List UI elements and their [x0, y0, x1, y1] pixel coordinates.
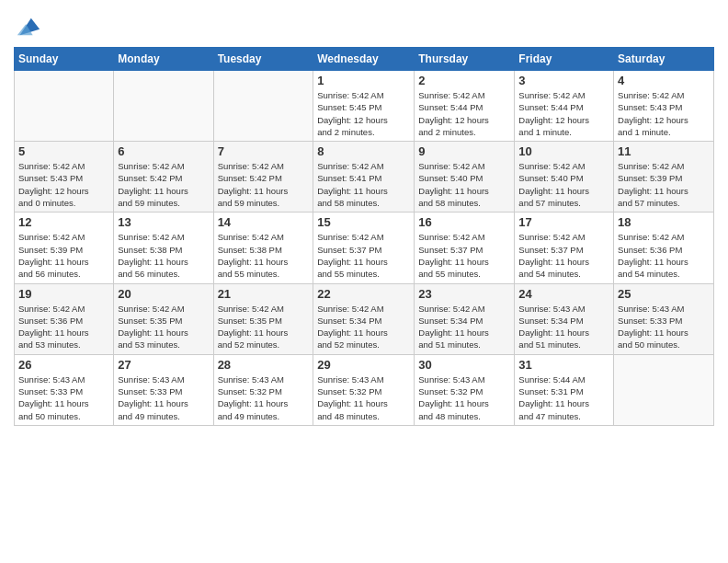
calendar-cell — [114, 71, 213, 142]
week-row-3: 12Sunrise: 5:42 AM Sunset: 5:39 PM Dayli… — [15, 213, 714, 283]
day-info: Sunrise: 5:42 AM Sunset: 5:43 PM Dayligh… — [618, 89, 710, 138]
day-info: Sunrise: 5:42 AM Sunset: 5:40 PM Dayligh… — [418, 160, 510, 209]
day-info: Sunrise: 5:42 AM Sunset: 5:35 PM Dayligh… — [218, 303, 310, 351]
weekday-header-row: SundayMondayTuesdayWednesdayThursdayFrid… — [15, 48, 714, 71]
day-number: 1 — [317, 74, 410, 87]
day-info: Sunrise: 5:42 AM Sunset: 5:37 PM Dayligh… — [518, 231, 609, 280]
day-number: 7 — [218, 144, 310, 158]
day-number: 29 — [317, 358, 410, 372]
calendar-cell: 25Sunrise: 5:43 AM Sunset: 5:33 PM Dayli… — [614, 283, 714, 354]
day-info: Sunrise: 5:42 AM Sunset: 5:43 PM Dayligh… — [18, 160, 109, 209]
calendar-cell: 27Sunrise: 5:43 AM Sunset: 5:33 PM Dayli… — [114, 354, 213, 425]
logo — [14, 14, 41, 40]
calendar-cell: 4Sunrise: 5:42 AM Sunset: 5:43 PM Daylig… — [614, 71, 714, 142]
day-info: Sunrise: 5:42 AM Sunset: 5:37 PM Dayligh… — [317, 231, 410, 280]
weekday-header-monday: Monday — [114, 48, 213, 71]
weekday-header-tuesday: Tuesday — [213, 48, 313, 71]
day-number: 31 — [518, 358, 609, 372]
week-row-4: 19Sunrise: 5:42 AM Sunset: 5:36 PM Dayli… — [15, 283, 714, 354]
calendar-table: SundayMondayTuesdayWednesdayThursdayFrid… — [14, 47, 714, 426]
calendar-cell — [614, 354, 714, 425]
day-info: Sunrise: 5:44 AM Sunset: 5:31 PM Dayligh… — [518, 373, 609, 422]
day-number: 17 — [518, 215, 609, 229]
calendar-cell: 16Sunrise: 5:42 AM Sunset: 5:37 PM Dayli… — [415, 213, 515, 283]
weekday-header-wednesday: Wednesday — [313, 48, 415, 71]
calendar-cell: 24Sunrise: 5:43 AM Sunset: 5:34 PM Dayli… — [515, 283, 614, 354]
day-number: 11 — [618, 144, 710, 158]
day-number: 13 — [118, 215, 209, 229]
day-number: 24 — [518, 287, 609, 301]
day-number: 2 — [418, 74, 510, 87]
day-info: Sunrise: 5:42 AM Sunset: 5:38 PM Dayligh… — [118, 231, 209, 280]
day-number: 16 — [418, 215, 510, 229]
calendar-cell: 13Sunrise: 5:42 AM Sunset: 5:38 PM Dayli… — [114, 213, 213, 283]
calendar-cell: 19Sunrise: 5:42 AM Sunset: 5:36 PM Dayli… — [15, 283, 114, 354]
day-number: 25 — [618, 287, 710, 301]
day-number: 8 — [317, 144, 410, 158]
calendar-cell: 20Sunrise: 5:42 AM Sunset: 5:35 PM Dayli… — [114, 283, 213, 354]
day-info: Sunrise: 5:43 AM Sunset: 5:32 PM Dayligh… — [218, 373, 310, 422]
calendar-cell: 8Sunrise: 5:42 AM Sunset: 5:41 PM Daylig… — [313, 142, 415, 213]
calendar-cell: 9Sunrise: 5:42 AM Sunset: 5:40 PM Daylig… — [415, 142, 515, 213]
calendar-cell: 6Sunrise: 5:42 AM Sunset: 5:42 PM Daylig… — [114, 142, 213, 213]
page-container: SundayMondayTuesdayWednesdayThursdayFrid… — [0, 0, 728, 435]
day-number: 18 — [618, 215, 710, 229]
day-number: 10 — [518, 144, 609, 158]
day-number: 30 — [418, 358, 510, 372]
weekday-header-friday: Friday — [515, 48, 614, 71]
calendar-cell: 28Sunrise: 5:43 AM Sunset: 5:32 PM Dayli… — [213, 354, 313, 425]
week-row-1: 1Sunrise: 5:42 AM Sunset: 5:45 PM Daylig… — [15, 71, 714, 142]
day-info: Sunrise: 5:42 AM Sunset: 5:34 PM Dayligh… — [418, 303, 510, 351]
day-info: Sunrise: 5:42 AM Sunset: 5:39 PM Dayligh… — [618, 160, 710, 209]
weekday-header-saturday: Saturday — [614, 48, 714, 71]
day-info: Sunrise: 5:42 AM Sunset: 5:44 PM Dayligh… — [518, 89, 609, 138]
calendar-cell: 15Sunrise: 5:42 AM Sunset: 5:37 PM Dayli… — [313, 213, 415, 283]
day-number: 12 — [18, 215, 109, 229]
day-info: Sunrise: 5:42 AM Sunset: 5:36 PM Dayligh… — [18, 303, 109, 351]
day-info: Sunrise: 5:42 AM Sunset: 5:34 PM Dayligh… — [317, 303, 410, 351]
day-number: 6 — [118, 144, 209, 158]
day-info: Sunrise: 5:43 AM Sunset: 5:33 PM Dayligh… — [118, 373, 209, 422]
day-info: Sunrise: 5:42 AM Sunset: 5:36 PM Dayligh… — [618, 231, 710, 280]
day-info: Sunrise: 5:42 AM Sunset: 5:42 PM Dayligh… — [218, 160, 310, 209]
week-row-5: 26Sunrise: 5:43 AM Sunset: 5:33 PM Dayli… — [15, 354, 714, 425]
day-number: 15 — [317, 215, 410, 229]
calendar-cell: 1Sunrise: 5:42 AM Sunset: 5:45 PM Daylig… — [313, 71, 415, 142]
week-row-2: 5Sunrise: 5:42 AM Sunset: 5:43 PM Daylig… — [15, 142, 714, 213]
calendar-cell — [15, 71, 114, 142]
calendar-cell: 30Sunrise: 5:43 AM Sunset: 5:32 PM Dayli… — [415, 354, 515, 425]
day-info: Sunrise: 5:43 AM Sunset: 5:33 PM Dayligh… — [18, 373, 109, 422]
calendar-cell: 21Sunrise: 5:42 AM Sunset: 5:35 PM Dayli… — [213, 283, 313, 354]
day-number: 22 — [317, 287, 410, 301]
day-info: Sunrise: 5:42 AM Sunset: 5:37 PM Dayligh… — [418, 231, 510, 280]
calendar-cell: 18Sunrise: 5:42 AM Sunset: 5:36 PM Dayli… — [614, 213, 714, 283]
day-info: Sunrise: 5:42 AM Sunset: 5:35 PM Dayligh… — [118, 303, 209, 351]
calendar-cell: 5Sunrise: 5:42 AM Sunset: 5:43 PM Daylig… — [15, 142, 114, 213]
day-info: Sunrise: 5:42 AM Sunset: 5:39 PM Dayligh… — [18, 231, 109, 280]
calendar-cell: 23Sunrise: 5:42 AM Sunset: 5:34 PM Dayli… — [415, 283, 515, 354]
day-info: Sunrise: 5:42 AM Sunset: 5:44 PM Dayligh… — [418, 89, 510, 138]
day-number: 21 — [218, 287, 310, 301]
calendar-cell — [213, 71, 313, 142]
day-info: Sunrise: 5:42 AM Sunset: 5:41 PM Dayligh… — [317, 160, 410, 209]
calendar-cell: 17Sunrise: 5:42 AM Sunset: 5:37 PM Dayli… — [515, 213, 614, 283]
calendar-cell: 22Sunrise: 5:42 AM Sunset: 5:34 PM Dayli… — [313, 283, 415, 354]
calendar-cell: 7Sunrise: 5:42 AM Sunset: 5:42 PM Daylig… — [213, 142, 313, 213]
day-number: 19 — [18, 287, 109, 301]
day-info: Sunrise: 5:43 AM Sunset: 5:33 PM Dayligh… — [618, 303, 710, 351]
weekday-header-sunday: Sunday — [15, 48, 114, 71]
day-info: Sunrise: 5:42 AM Sunset: 5:45 PM Dayligh… — [317, 89, 410, 138]
logo-icon — [16, 14, 41, 40]
calendar-cell: 29Sunrise: 5:43 AM Sunset: 5:32 PM Dayli… — [313, 354, 415, 425]
day-number: 20 — [118, 287, 209, 301]
day-info: Sunrise: 5:42 AM Sunset: 5:38 PM Dayligh… — [218, 231, 310, 280]
day-number: 23 — [418, 287, 510, 301]
day-number: 5 — [18, 144, 109, 158]
day-number: 3 — [518, 74, 609, 87]
day-number: 9 — [418, 144, 510, 158]
day-info: Sunrise: 5:42 AM Sunset: 5:40 PM Dayligh… — [518, 160, 609, 209]
calendar-cell: 3Sunrise: 5:42 AM Sunset: 5:44 PM Daylig… — [515, 71, 614, 142]
day-number: 27 — [118, 358, 209, 372]
header — [14, 9, 714, 40]
calendar-cell: 2Sunrise: 5:42 AM Sunset: 5:44 PM Daylig… — [415, 71, 515, 142]
